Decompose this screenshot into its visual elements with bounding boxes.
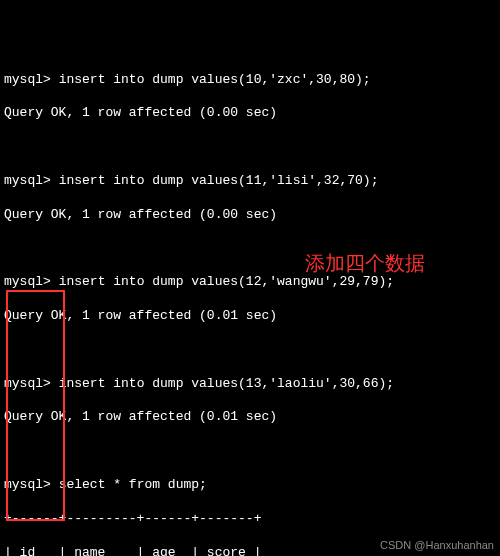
sql-text: insert into dump values(10,'zxc',30,80); bbox=[59, 72, 371, 87]
watermark-text: CSDN @Hanxuhanhan bbox=[380, 538, 494, 552]
blank bbox=[4, 139, 496, 156]
insert-result-1: Query OK, 1 row affected (0.00 sec) bbox=[4, 207, 496, 224]
blank bbox=[4, 443, 496, 460]
mysql-prompt: mysql> bbox=[4, 173, 51, 188]
select-line: mysql> select * from dump; bbox=[4, 477, 496, 494]
insert-result-2: Query OK, 1 row affected (0.01 sec) bbox=[4, 308, 496, 325]
insert-result-0: Query OK, 1 row affected (0.00 sec) bbox=[4, 105, 496, 122]
insert-line-1: mysql> insert into dump values(11,'lisi'… bbox=[4, 173, 496, 190]
blank bbox=[4, 342, 496, 359]
mysql-prompt: mysql> bbox=[4, 274, 51, 289]
annotation-label: 添加四个数据 bbox=[305, 250, 425, 276]
sql-text: insert into dump values(12,'wangwu',29,7… bbox=[59, 274, 394, 289]
sql-text: select * from dump; bbox=[59, 477, 207, 492]
mysql-prompt: mysql> bbox=[4, 376, 51, 391]
insert-line-0: mysql> insert into dump values(10,'zxc',… bbox=[4, 72, 496, 89]
insert-result-3: Query OK, 1 row affected (0.01 sec) bbox=[4, 409, 496, 426]
insert-line-3: mysql> insert into dump values(13,'laoli… bbox=[4, 376, 496, 393]
sql-text: insert into dump values(13,'laoliu',30,6… bbox=[59, 376, 394, 391]
table-border-top: +------+---------+------+-------+ bbox=[4, 511, 496, 528]
insert-line-2: mysql> insert into dump values(12,'wangw… bbox=[4, 274, 496, 291]
mysql-prompt: mysql> bbox=[4, 72, 51, 87]
mysql-prompt: mysql> bbox=[4, 477, 51, 492]
sql-text: insert into dump values(11,'lisi',32,70)… bbox=[59, 173, 379, 188]
